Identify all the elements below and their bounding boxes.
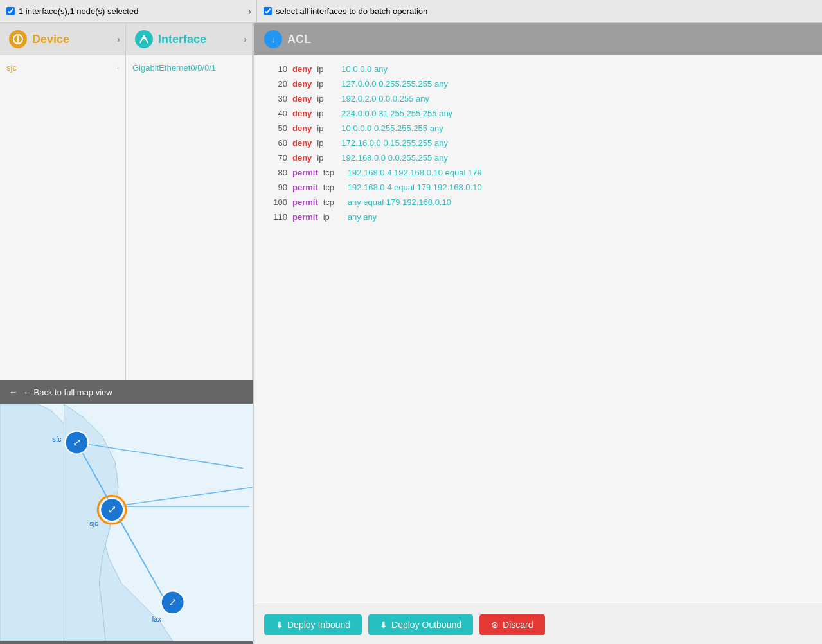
map-back-button[interactable]: ← ← Back to full map view xyxy=(0,380,253,404)
acl-action: permit xyxy=(292,183,318,192)
acl-action: deny xyxy=(292,64,312,74)
device-title: Device xyxy=(32,33,69,46)
acl-action: deny xyxy=(292,153,312,163)
acl-rule-text: 192.168.0.4 equal 179 192.168.0.10 xyxy=(348,183,482,192)
acl-action: deny xyxy=(292,79,312,89)
bottom-buttons: ⬇ Deploy Inbound ⬇ Deploy Outbound ⊗ Dis… xyxy=(254,605,822,644)
acl-proto: ip xyxy=(317,94,336,103)
acl-rule-text: 192.0.2.0 0.0.0.255 any xyxy=(341,94,429,103)
svg-text:↓: ↓ xyxy=(271,35,276,44)
acl-action: deny xyxy=(292,94,312,103)
acl-row: 80permittcp192.168.0.4 192.168.0.10 equa… xyxy=(264,165,812,180)
acl-proto: ip xyxy=(317,138,336,148)
acl-proto: ip xyxy=(317,79,336,89)
interface-title: Interface xyxy=(158,33,206,46)
acl-seq: 100 xyxy=(264,197,287,207)
expand-icon[interactable]: › xyxy=(248,6,251,17)
interface-icon xyxy=(135,30,153,48)
deploy-inbound-button[interactable]: ⬇ Deploy Inbound xyxy=(264,614,362,635)
acl-proto: ip xyxy=(323,212,343,222)
acl-content: 10denyip10.0.0.0 any20denyip127.0.0.0 0.… xyxy=(254,55,822,605)
acl-row: 10denyip10.0.0.0 any xyxy=(264,62,812,76)
acl-seq: 110 xyxy=(264,212,287,222)
acl-row: 50denyip10.0.0.0 0.255.255.255 any xyxy=(264,121,812,136)
discard-icon: ⊗ xyxy=(491,620,499,630)
lax-label: lax xyxy=(152,615,162,623)
acl-row: 30denyip192.0.2.0 0.0.0.255 any xyxy=(264,91,812,106)
interface-arrow: › xyxy=(244,34,247,44)
deploy-inbound-label: Deploy Inbound xyxy=(287,620,350,630)
acl-proto: ip xyxy=(317,153,336,163)
acl-rule-text: 10.0.0.0 any xyxy=(341,64,388,74)
lax-node-icon: ⤢ xyxy=(168,596,177,607)
right-section: select all interfaces to do batch operat… xyxy=(264,6,816,16)
left-section: 1 interface(s),1 node(s) selected › xyxy=(6,0,257,22)
left-panel: Device › Interface › sjc › Gigab xyxy=(0,23,254,644)
acl-row: 20denyip127.0.0.0 0.255.255.255 any xyxy=(264,76,812,91)
acl-rule-text: 192.168.0.4 192.168.0.10 equal 179 xyxy=(348,168,482,177)
map-svg: ⤢ sfc ⤢ sjc ⤢ lax xyxy=(0,404,253,641)
acl-action: deny xyxy=(292,109,312,118)
deploy-outbound-label: Deploy Outbound xyxy=(391,620,461,630)
selected-checkbox[interactable] xyxy=(6,7,15,15)
interface-column-content: GigabitEthernet0/0/0/1 xyxy=(126,55,253,380)
acl-rule-text: 172.16.0.0 0.15.255.255 any xyxy=(341,138,448,148)
main-layout: Device › Interface › sjc › Gigab xyxy=(0,23,822,644)
acl-action: deny xyxy=(292,123,312,133)
acl-proto: ip xyxy=(317,123,336,133)
top-bar: 1 interface(s),1 node(s) selected › sele… xyxy=(0,0,822,23)
map-back-label: ← Back to full map view xyxy=(23,388,112,397)
sfc-node-icon: ⤢ xyxy=(73,437,81,448)
acl-seq: 80 xyxy=(264,168,287,177)
device-column-content: sjc › xyxy=(0,55,126,380)
acl-seq: 10 xyxy=(264,64,287,74)
columns-content: sjc › GigabitEthernet0/0/0/1 xyxy=(0,55,253,380)
sfc-label: sfc xyxy=(53,435,62,443)
acl-action: deny xyxy=(292,138,312,148)
deploy-outbound-icon: ⬇ xyxy=(380,620,388,630)
acl-row: 40denyip224.0.0.0 31.255.255.255 any xyxy=(264,106,812,121)
sjc-east2-line xyxy=(112,487,253,506)
acl-rule-text: 192.168.0.0 0.0.255.255 any xyxy=(341,153,448,163)
sjc-label: sjc xyxy=(89,519,98,527)
acl-row: 100permittcpany equal 179 192.168.0.10 xyxy=(264,195,812,210)
acl-proto: tcp xyxy=(323,168,343,177)
device-icon xyxy=(9,30,27,48)
acl-header: ↓ ACL xyxy=(254,23,822,55)
interface-item-gigabit[interactable]: GigabitEthernet0/0/0/1 xyxy=(132,60,246,75)
acl-action: permit xyxy=(292,168,318,177)
batch-checkbox[interactable] xyxy=(264,7,272,15)
device-name: sjc xyxy=(6,63,17,73)
sjc-node-icon: ⤢ xyxy=(108,504,116,515)
acl-row: 60denyip172.16.0.0 0.15.255.255 any xyxy=(264,136,812,150)
selection-label: 1 interface(s),1 node(s) selected xyxy=(19,6,138,16)
acl-rule-text: any equal 179 192.168.0.10 xyxy=(348,197,451,207)
acl-seq: 70 xyxy=(264,153,287,163)
device-column-header: Device › xyxy=(0,23,126,55)
batch-label: select all interfaces to do batch operat… xyxy=(276,6,427,16)
acl-rule-text: 127.0.0.0 0.255.255.255 any xyxy=(341,79,448,89)
acl-seq: 60 xyxy=(264,138,287,148)
acl-rule-text: any any xyxy=(348,212,377,222)
interface-column-header: Interface › xyxy=(126,23,253,55)
acl-proto: ip xyxy=(317,109,336,118)
acl-proto: ip xyxy=(317,64,336,74)
acl-row: 110permitipany any xyxy=(264,210,812,224)
interface-name: GigabitEthernet0/0/0/1 xyxy=(132,63,216,73)
acl-seq: 40 xyxy=(264,109,287,118)
device-item-sjc[interactable]: sjc › xyxy=(6,60,119,75)
deploy-outbound-button[interactable]: ⬇ Deploy Outbound xyxy=(368,614,473,635)
acl-proto: tcp xyxy=(323,197,343,207)
discard-button[interactable]: ⊗ Discard xyxy=(479,614,544,635)
back-arrow-icon: ← xyxy=(9,387,18,397)
deploy-inbound-icon: ⬇ xyxy=(276,620,283,630)
map-panel: ← ← Back to full map view xyxy=(0,380,253,644)
acl-rule-text: 224.0.0.0 31.255.255.255 any xyxy=(341,109,452,118)
columns-header: Device › Interface › xyxy=(0,23,253,55)
acl-action: permit xyxy=(292,197,318,207)
acl-seq: 20 xyxy=(264,79,287,89)
acl-seq: 90 xyxy=(264,183,287,192)
acl-seq: 50 xyxy=(264,123,287,133)
device-arrow: › xyxy=(117,34,120,44)
acl-rule-text: 10.0.0.0 0.255.255.255 any xyxy=(341,123,443,133)
